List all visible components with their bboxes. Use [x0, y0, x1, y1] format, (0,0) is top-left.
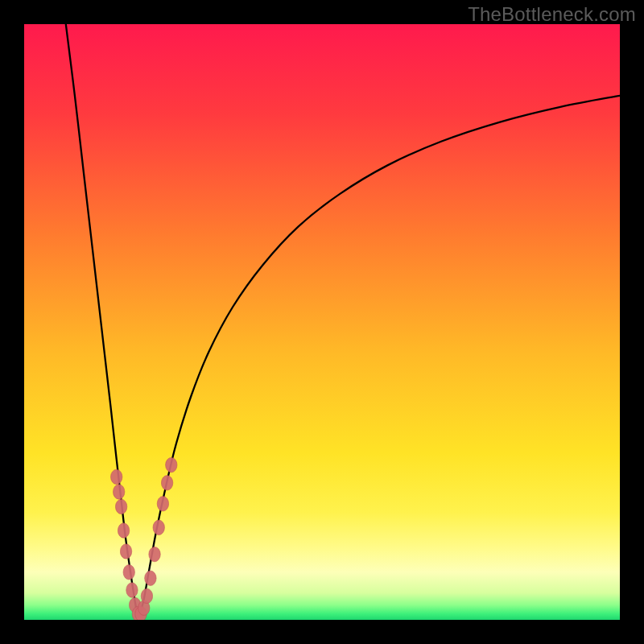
data-marker	[141, 588, 152, 603]
data-marker	[115, 499, 126, 514]
data-marker	[126, 583, 138, 597]
chart-svg	[24, 24, 620, 620]
chart-frame: TheBottleneck.com	[0, 0, 644, 644]
data-marker	[153, 520, 164, 535]
watermark-text: TheBottleneck.com	[468, 3, 636, 26]
data-marker	[161, 476, 172, 490]
curve-right-branch	[138, 96, 620, 617]
data-marker	[118, 523, 129, 538]
data-marker	[120, 544, 131, 559]
data-marker	[166, 457, 177, 472]
data-marker	[145, 571, 156, 585]
data-marker	[111, 469, 122, 484]
data-marker	[123, 565, 134, 580]
plot-area	[24, 24, 620, 620]
data-marker	[113, 485, 124, 499]
data-marker	[149, 547, 160, 561]
data-marker	[157, 497, 168, 511]
